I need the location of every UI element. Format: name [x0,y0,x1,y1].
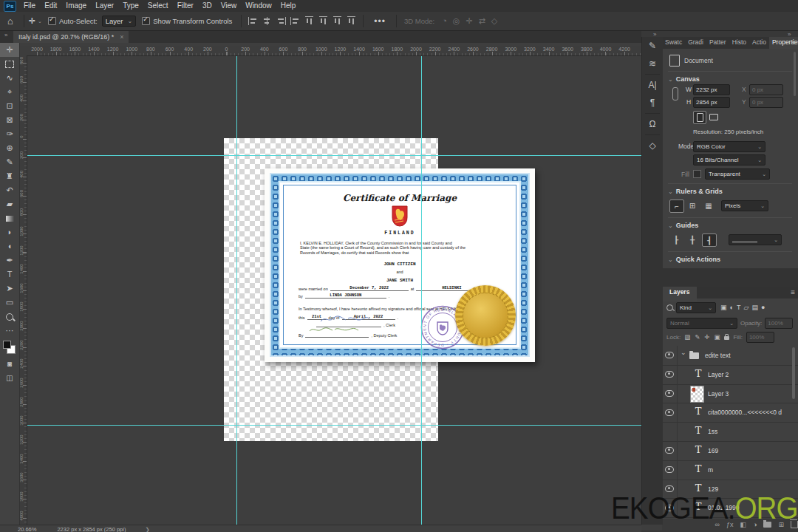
3d-panel-icon[interactable]: ◇ [642,137,663,154]
link-dimensions-icon[interactable] [672,87,678,100]
filter-adjustment-layers-icon[interactable]: ◐ [730,304,734,311]
landscape-orientation-button[interactable] [708,111,720,123]
layer-name[interactable]: 1ss [708,428,717,435]
fill-dropdown[interactable]: Transparent⌄ [705,168,770,180]
expand-dock-icon[interactable]: » [653,31,656,38]
panel-menu-icon[interactable]: ≡ [791,38,796,47]
guide-horizontal-top[interactable] [27,155,641,156]
tool-object-selection[interactable]: ⌖ [0,85,19,99]
layer-name[interactable]: Layer 3 [708,390,729,398]
lock-all-icon[interactable] [724,336,729,340]
distribute-left-icon[interactable] [305,16,313,26]
ruler-units-dropdown[interactable]: Pixels⌄ [721,200,768,211]
canvas-viewport[interactable]: Certificate of Marriage FINLAND I, KELVI… [27,55,641,525]
tab-histo[interactable]: Histo [729,37,749,49]
tool-gradient[interactable] [0,211,19,225]
show-transform-checkbox[interactable] [142,17,150,25]
tool-pen[interactable]: ✒ [0,253,19,267]
visibility-toggle[interactable] [662,403,678,422]
lock-position-icon[interactable]: ✛ [704,333,709,341]
tool-brush[interactable]: ✎ [0,155,19,169]
tool-crop[interactable]: ⊡ [0,99,19,113]
auto-select-checkbox[interactable] [48,17,56,25]
rulers-grids-section-header[interactable]: ⌄Rulers & Grids [668,188,723,195]
brush-settings-icon[interactable]: ✎ [642,37,663,55]
tab-layers[interactable]: Layers [662,287,697,301]
layer-row[interactable]: ⌄edite text [662,346,798,366]
menu-help[interactable]: Help [276,0,301,12]
tool-history-brush[interactable]: ↶ [0,183,19,197]
visibility-toggle-off[interactable] [662,422,678,441]
layer-row[interactable]: T1ss [662,422,798,442]
canvas-section-header[interactable]: ⌄Canvas [668,75,700,83]
visibility-toggle[interactable] [662,365,678,384]
toggle-pixel-grid-button[interactable]: ▦ [702,200,715,211]
align-right-icon[interactable] [276,17,286,25]
more-options-icon[interactable]: ••• [374,16,386,27]
guide-horizontal-bottom[interactable] [27,425,641,426]
collapse-panels-icon[interactable]: » [788,31,791,38]
move-tool-preset-icon[interactable]: ✛ [29,16,35,26]
guide-vertical-left[interactable] [236,55,237,525]
blend-mode-dropdown[interactable]: Normal⌄ [666,318,737,329]
x-field[interactable]: 0 px [749,84,783,95]
chevron-down-icon[interactable]: ⌄ [681,349,686,356]
visibility-toggle[interactable] [662,346,678,365]
chevron-down-icon[interactable]: ⌄ [38,18,42,24]
layer-row[interactable]: TLayer 2 [662,365,798,385]
layer-row[interactable]: Tcita0000000...<<<<<<<0 d [662,403,798,423]
menu-select[interactable]: Select [143,0,173,12]
menu-window[interactable]: Window [241,0,276,12]
menu-view[interactable]: View [216,0,242,12]
layer-row[interactable]: Tm [662,460,798,480]
layer-thumbnail[interactable] [690,386,704,403]
tool-frame[interactable]: ⊠ [0,113,19,127]
layer-name[interactable]: m [708,466,713,474]
properties-scrollbar[interactable] [794,52,796,96]
filter-kind-dropdown[interactable]: Kind⌄ [676,302,716,313]
auto-select-dropdown[interactable]: Layer ⌄ [102,16,136,27]
layer-name[interactable]: Layer 2 [708,371,729,378]
tool-rectangular-marquee[interactable] [0,57,19,71]
tool-move[interactable]: ✛ [0,43,19,57]
lock-pixels-icon[interactable]: ✎ [695,333,700,341]
guide-style-dropdown[interactable]: ⌄ [729,234,782,245]
tab-overflow-icon[interactable]: » [4,32,7,38]
guide-vertical-right[interactable] [421,55,422,525]
tool-screen-mode[interactable]: ◫ [0,371,19,385]
toggle-grid-button[interactable]: ⊞ [686,200,699,211]
character-panel-icon[interactable]: A| [642,76,663,94]
close-icon[interactable]: × [120,33,123,41]
lock-guides-button[interactable]: ╂ [686,233,699,245]
layers-menu-icon[interactable]: ≡ [791,288,795,296]
guides-section-header[interactable]: ⌄Guides [668,222,698,229]
tool-zoom[interactable] [0,310,19,324]
filter-type-layers-icon[interactable]: T [737,304,741,311]
visibility-toggle[interactable] [662,441,678,460]
menu-filter[interactable]: Filter [173,0,198,12]
height-field[interactable]: 2854 px [693,97,730,108]
menu-type[interactable]: Type [118,0,143,12]
distribute-right-icon[interactable] [333,16,341,26]
bit-depth-dropdown[interactable]: 16 Bits/Channel⌄ [693,154,765,166]
tool-blur[interactable]: ◗ [0,225,19,239]
tool-clone-stamp[interactable]: ♜ [0,169,19,183]
tab-patter[interactable]: Patter [706,37,729,49]
lock-transparency-icon[interactable]: ▨ [684,333,690,341]
toggle-rulers-button[interactable]: ⌐ [669,200,684,213]
tool-lasso[interactable]: ∿ [0,71,19,85]
filter-shape-layers-icon[interactable]: ▱ [743,304,748,311]
layer-name[interactable]: cita0000000...<<<<<<<0 d [708,409,782,416]
tool-type[interactable]: T [0,267,19,282]
status-arrow-icon[interactable]: ❯ [145,526,149,532]
opacity-field[interactable]: 100% [765,318,793,329]
menu-edit[interactable]: Edit [40,0,61,12]
tab-gradi[interactable]: Gradi [685,37,706,49]
menu-layer[interactable]: Layer [91,0,118,12]
tool-path-selection[interactable]: ➤ [0,282,19,296]
tool-dodge[interactable]: ◖ [0,239,19,253]
distribute-center-icon[interactable] [319,16,327,26]
glyphs-panel-icon[interactable]: Ω [642,115,663,133]
certificate-document[interactable]: Certificate of Marriage FINLAND I, KELVI… [265,168,535,362]
quick-actions-section-header[interactable]: ⌄Quick Actions [668,256,720,263]
